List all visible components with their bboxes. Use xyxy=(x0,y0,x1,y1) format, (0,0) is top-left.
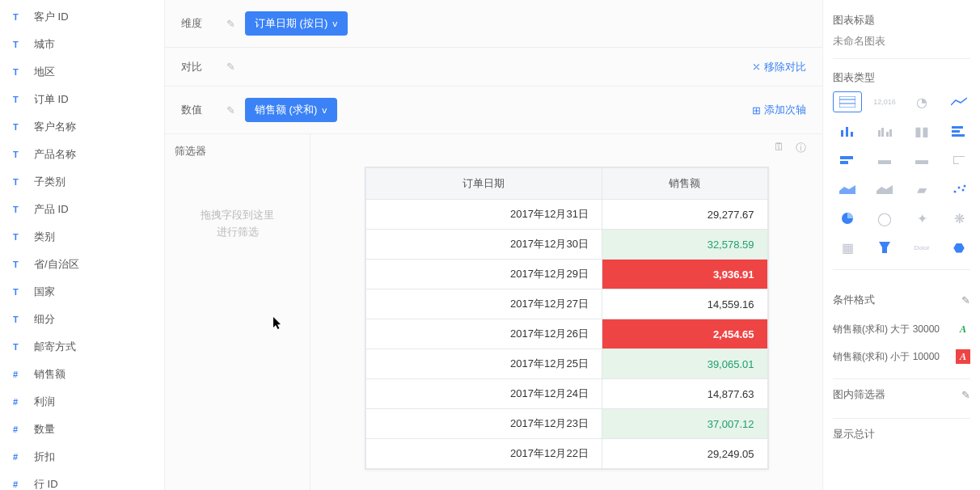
chart-type-treemap[interactable]: ▦ xyxy=(833,237,862,258)
totals-label: 显示总计 xyxy=(833,427,875,441)
pencil-icon[interactable]: ✎ xyxy=(226,18,235,30)
chart-title-input[interactable]: 未命名图表 xyxy=(833,34,970,59)
table-row: 2017年12月24日14,877.63 xyxy=(365,379,767,409)
chart-type-stacked-area[interactable] xyxy=(870,179,899,200)
field-label: 订单 ID xyxy=(34,92,69,107)
chart-type-grouped-bar[interactable] xyxy=(870,120,899,142)
chart-type-scatter[interactable] xyxy=(944,179,974,200)
field-item[interactable]: #销售额 xyxy=(0,361,164,388)
number-icon: # xyxy=(13,479,27,489)
table-row: 2017年12月26日2,454.65 xyxy=(365,319,767,349)
table-row: 2017年12月23日37,007.12 xyxy=(365,409,767,439)
rule-text: 销售额(求和) 小于 10000 xyxy=(833,350,940,364)
field-label: 销售额 xyxy=(34,367,65,382)
format-rule[interactable]: 销售额(求和) 大于 30000 A xyxy=(833,315,970,343)
svg-rect-11 xyxy=(952,130,960,133)
field-item[interactable]: #折扣 xyxy=(0,443,164,471)
cell-value: 14,559.16 xyxy=(602,289,767,319)
chart-type-horizontal-grouped[interactable] xyxy=(833,150,862,171)
number-icon: # xyxy=(13,397,27,407)
svg-rect-14 xyxy=(840,161,848,164)
info-icon[interactable]: ⓘ xyxy=(796,141,806,155)
pencil-icon[interactable]: ✎ xyxy=(961,294,970,306)
axis-icon: ⊞ xyxy=(752,104,761,116)
field-item[interactable]: T城市 xyxy=(0,31,164,58)
chart-type-gauge[interactable]: ◔ xyxy=(907,91,936,112)
table-row: 2017年12月31日29,277.67 xyxy=(365,200,767,230)
pencil-icon[interactable]: ✎ xyxy=(226,104,235,116)
chart-type-funnel[interactable] xyxy=(870,237,899,258)
chart-type-bar[interactable] xyxy=(833,120,862,142)
chart-type-grid: 12,016 ◔ ▮▮ ▬ ▬ ⫍ ▰ ◯ ✦ ❋ ▦ Dolor ⬣ xyxy=(833,91,970,270)
chart-type-number[interactable]: 12,016 xyxy=(870,91,899,112)
field-item[interactable]: T细分 xyxy=(0,306,164,333)
format-rule[interactable]: 销售额(求和) 小于 10000 A xyxy=(833,343,970,370)
number-icon: # xyxy=(13,370,27,379)
field-item[interactable]: T产品名称 xyxy=(0,141,164,168)
chart-type-rose[interactable]: ❋ xyxy=(944,208,974,229)
chart-preview: 🗓︎ ⓘ 订单日期 销售额 2017年12月31日29,277.672017年1… xyxy=(310,134,822,490)
chart-type-pie[interactable] xyxy=(833,208,862,229)
svg-rect-13 xyxy=(840,156,853,159)
chart-type-percent-area[interactable]: ▰ xyxy=(907,179,936,200)
filter-dropzone[interactable]: 拖拽字段到这里进行筛选 xyxy=(175,191,300,257)
chart-type-horizontal-stacked[interactable]: ▬ xyxy=(870,150,899,171)
compare-label: 对比 xyxy=(181,60,222,74)
chart-type-stacked-bar[interactable]: ▮▮ xyxy=(907,120,936,142)
cell-date: 2017年12月22日 xyxy=(365,439,602,469)
data-table-card: 订单日期 销售额 2017年12月31日29,277.672017年12月30日… xyxy=(365,167,769,470)
dimension-pill[interactable]: 订单日期 (按日) ⅴ xyxy=(245,11,348,36)
chart-type-word[interactable]: Dolor xyxy=(907,237,936,258)
chart-type-percent-bar[interactable]: ▬ xyxy=(907,150,936,171)
field-label: 城市 xyxy=(34,37,55,52)
chart-type-donut[interactable]: ◯ xyxy=(870,208,899,229)
field-item[interactable]: #数量 xyxy=(0,416,164,443)
data-table: 订单日期 销售额 2017年12月31日29,277.672017年12月30日… xyxy=(365,167,768,469)
remove-compare-link[interactable]: ⤫ 移除对比 xyxy=(752,60,806,74)
rule-text: 销售额(求和) 大于 30000 xyxy=(833,323,940,336)
value-row: 数值 ✎ 销售额 (求和) ⅴ ⊞ 添加次轴 xyxy=(165,87,822,134)
calendar-icon[interactable]: 🗓︎ xyxy=(774,141,784,155)
field-item[interactable]: T邮寄方式 xyxy=(0,333,164,361)
field-item[interactable]: T客户名称 xyxy=(0,113,164,141)
text-icon: T xyxy=(13,315,27,324)
text-icon: T xyxy=(13,260,27,269)
chart-type-radar[interactable]: ✦ xyxy=(907,208,936,229)
field-item[interactable]: T产品 ID xyxy=(0,196,164,223)
text-icon: T xyxy=(13,12,27,22)
field-item[interactable]: #利润 xyxy=(0,388,164,416)
pencil-icon[interactable]: ✎ xyxy=(226,61,235,73)
value-pill[interactable]: 销售额 (求和) ⅴ xyxy=(245,98,337,122)
field-label: 产品 ID xyxy=(34,202,69,217)
pencil-icon[interactable]: ✎ xyxy=(961,389,970,401)
chart-type-horizontal-bar[interactable] xyxy=(944,120,974,142)
inchart-filter-label: 图内筛选器 xyxy=(833,387,885,402)
svg-rect-9 xyxy=(889,129,892,137)
field-item[interactable]: T客户 ID xyxy=(0,3,164,31)
field-label: 类别 xyxy=(34,230,55,244)
field-item[interactable]: T地区 xyxy=(0,58,164,86)
column-header-value[interactable]: 销售额 xyxy=(602,168,767,200)
chart-type-area[interactable] xyxy=(833,179,862,200)
add-axis-link[interactable]: ⊞ 添加次轴 xyxy=(752,103,806,117)
cell-date: 2017年12月29日 xyxy=(365,260,602,289)
chart-type-map[interactable]: ⬣ xyxy=(944,237,974,258)
text-icon: T xyxy=(13,205,27,214)
field-item[interactable]: T国家 xyxy=(0,278,164,306)
field-item[interactable]: #行 ID xyxy=(0,471,164,490)
field-label: 省/自治区 xyxy=(34,257,79,272)
field-item[interactable]: T省/自治区 xyxy=(0,251,164,278)
svg-rect-3 xyxy=(841,130,843,137)
field-item[interactable]: T类别 xyxy=(0,223,164,251)
filter-column: 筛选器 拖拽字段到这里进行筛选 xyxy=(165,134,310,490)
field-item[interactable]: T订单 ID xyxy=(0,86,164,113)
field-item[interactable]: T子类别 xyxy=(0,168,164,196)
dimension-row: 维度 ✎ 订单日期 (按日) ⅴ xyxy=(165,0,822,48)
chart-type-combo[interactable]: ⫍ xyxy=(944,150,974,171)
svg-rect-8 xyxy=(886,132,889,137)
column-header-date[interactable]: 订单日期 xyxy=(365,168,602,200)
chart-type-line[interactable] xyxy=(944,91,974,112)
cell-date: 2017年12月30日 xyxy=(365,230,602,260)
field-label: 邮寄方式 xyxy=(34,340,76,354)
chart-type-table[interactable] xyxy=(833,91,862,112)
